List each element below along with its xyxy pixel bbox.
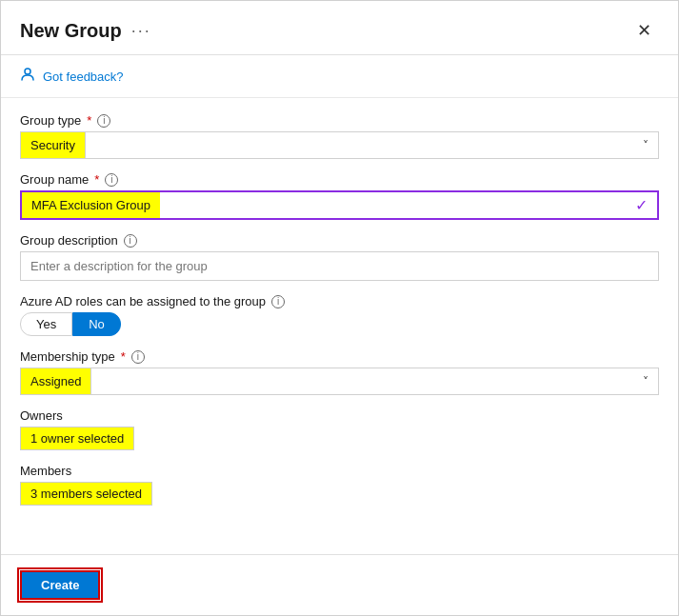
membership-type-field: Membership type * i Assigned ˅	[20, 349, 659, 395]
required-star: *	[87, 113, 91, 128]
feedback-icon	[20, 67, 35, 86]
toggle-no-button[interactable]: No	[72, 312, 121, 336]
members-label: Members	[20, 464, 659, 478]
group-type-value: Security	[21, 132, 86, 158]
owners-badge[interactable]: 1 owner selected	[20, 427, 134, 450]
group-name-checkmark: ✓	[626, 196, 657, 214]
dialog-title-area: New Group ···	[20, 20, 151, 42]
group-description-info-icon[interactable]: i	[124, 234, 137, 248]
group-name-required-star: *	[94, 172, 99, 187]
group-name-info-icon[interactable]: i	[105, 173, 118, 187]
membership-type-arrow: ˅	[633, 369, 658, 394]
dialog-body: Group type * i Security ˅ Group name * i…	[1, 98, 678, 554]
group-description-label: Group description i	[20, 233, 659, 248]
group-type-label: Group type * i	[20, 113, 659, 128]
create-button[interactable]: Create	[20, 570, 100, 600]
owners-field: Owners 1 owner selected	[20, 408, 659, 450]
feedback-bar: Got feedback?	[1, 55, 678, 98]
group-name-input-wrapper: MFA Exclusion Group ✓	[20, 190, 659, 220]
group-type-select[interactable]: Security ˅	[20, 131, 659, 159]
group-description-field: Group description i	[20, 233, 659, 281]
more-options-button[interactable]: ···	[131, 21, 151, 41]
membership-type-label: Membership type * i	[20, 349, 659, 364]
group-name-label: Group name * i	[20, 172, 659, 187]
new-group-dialog: New Group ··· ✕ Got feedback? Group type…	[0, 0, 679, 616]
group-type-arrow: ˅	[633, 133, 658, 158]
azure-ad-roles-toggle: Yes No	[20, 312, 659, 336]
azure-ad-roles-info-icon[interactable]: i	[271, 295, 285, 308]
azure-ad-roles-label: Azure AD roles can be assigned to the gr…	[20, 294, 659, 308]
group-name-input[interactable]	[160, 192, 626, 218]
membership-required-star: *	[121, 349, 126, 364]
membership-type-info-icon[interactable]: i	[131, 350, 145, 364]
group-name-field: Group name * i MFA Exclusion Group ✓	[20, 172, 659, 220]
owners-label: Owners	[20, 408, 659, 423]
dialog-header: New Group ··· ✕	[1, 1, 678, 55]
membership-type-select[interactable]: Assigned ˅	[20, 368, 659, 395]
dialog-title: New Group	[20, 20, 122, 42]
members-field: Members 3 members selected	[20, 464, 659, 506]
feedback-link[interactable]: Got feedback?	[43, 70, 124, 84]
group-name-value: MFA Exclusion Group	[22, 192, 160, 218]
dialog-footer: Create	[1, 554, 678, 615]
members-badge[interactable]: 3 members selected	[20, 482, 152, 506]
azure-ad-roles-field: Azure AD roles can be assigned to the gr…	[20, 294, 659, 336]
close-button[interactable]: ✕	[629, 16, 659, 45]
toggle-yes-button[interactable]: Yes	[20, 312, 72, 336]
group-type-info-icon[interactable]: i	[97, 114, 110, 128]
membership-type-value: Assigned	[21, 368, 91, 394]
group-type-field: Group type * i Security ˅	[20, 113, 659, 159]
svg-point-0	[25, 69, 30, 74]
group-description-input[interactable]	[20, 251, 659, 281]
